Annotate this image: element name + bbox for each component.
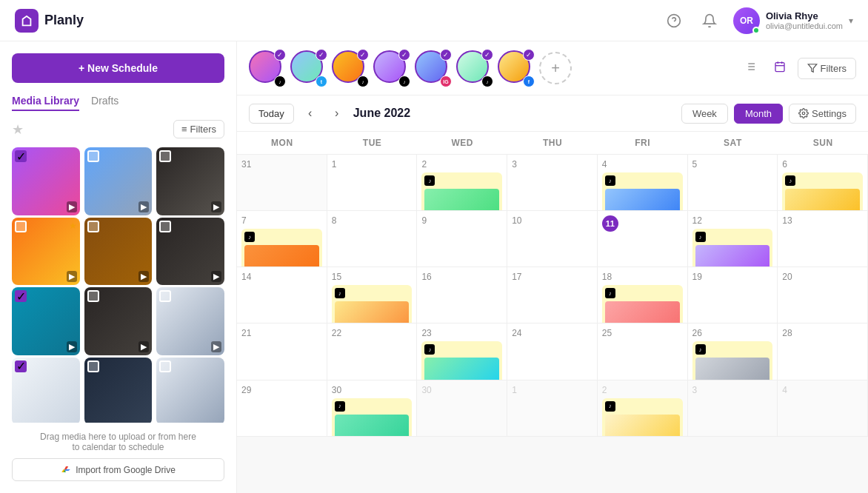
event-jun-18[interactable]: ♪ I can't wakeup in the morning... [602,285,683,323]
profile-5[interactable]: ✓ IG [415,50,450,86]
cell-jun-30[interactable]: 30 ♪ Do you likemy Tik-tok videos? [327,380,418,437]
event-jun-2[interactable]: ♪ I look forwardto the coming of summer [421,172,502,211]
media-item[interactable] [84,358,153,423]
tab-media-library[interactable]: Media Library [12,95,79,111]
cell-jun-27[interactable]: 28 [778,323,868,380]
filters-button[interactable]: Filters [798,58,856,79]
notifications-button[interactable] [698,9,721,33]
calendar-view-button[interactable] [768,58,792,78]
cell-jun-10[interactable]: 10 [507,211,598,267]
cell-jun-22[interactable]: 22 [327,323,418,380]
cell-jun-26[interactable]: 26 ♪ This is my newhome. My first video.… [688,323,778,380]
event-jun-6[interactable]: ♪ Who am I? 😊#trend #tiktok #best [782,172,863,211]
cell-jun-21[interactable]: 21 [237,323,327,380]
media-item[interactable] [156,358,224,423]
star-filter-button[interactable]: ★ [12,121,24,138]
cell-may-31[interactable]: 31 [237,155,327,211]
event-jul-2[interactable]: ♪ I start the dayevery morning with... [602,398,683,437]
media-checkbox[interactable] [87,360,99,372]
media-item[interactable]: ▶ [156,147,224,215]
event-jun-7[interactable]: ♪ Playinghandball with friends :* [241,229,322,267]
week-view-button[interactable]: Week [681,104,728,124]
event-jun-4[interactable]: ♪ who enjoysplaying pool like me? 🦋 [602,172,683,211]
profile-4[interactable]: ✓ ♪ [373,50,409,86]
media-item[interactable]: ✓ ▶ [12,287,80,355]
add-profile-button[interactable]: + [539,52,572,84]
cell-jun-6[interactable]: 6 ♪ Who am I? 😊#trend #tiktok #best [778,155,868,211]
prev-button[interactable]: ‹ [300,103,321,124]
cell-jun-2[interactable]: 2 ♪ I look forwardto the coming of summe… [417,155,507,211]
today-button[interactable]: Today [249,104,294,124]
profile-1[interactable]: ✓ ♪ [249,50,284,86]
media-checkbox[interactable] [87,150,99,162]
media-item[interactable]: ▶ [84,218,153,286]
cell-jun-12[interactable]: 12 ♪ I love myself.I am beautiful, yes? … [688,211,778,267]
media-checkbox[interactable] [159,221,171,232]
help-button[interactable] [662,9,686,33]
cell-jul-1[interactable]: 1 [507,380,598,437]
event-jun-30[interactable]: ♪ Do you likemy Tik-tok videos? [332,398,413,437]
cell-jul-2[interactable]: 2 ♪ I start the dayevery morning with... [598,380,688,437]
profile-2[interactable]: ✓ t [290,50,326,86]
cell-jun-8[interactable]: 8 [327,211,418,267]
profile-check-5: ✓ [440,49,452,61]
media-item[interactable]: ▶ [84,147,153,215]
cell-jun-20[interactable]: 20 [778,267,868,323]
media-item[interactable]: ✓ [12,358,80,423]
filter-button[interactable]: ≡ Filters [173,120,224,138]
media-checkbox[interactable] [87,290,99,302]
cell-jun-7[interactable]: 7 ♪ Playinghandball with friends :* [237,211,327,267]
profile-3[interactable]: ✓ ♪ [332,50,367,86]
cell-jun-25[interactable]: 25 [598,323,688,380]
list-view-button[interactable] [738,58,762,78]
cell-jul-1-mid[interactable]: 30 [417,380,507,437]
cell-jun-24[interactable]: 24 [507,323,598,380]
cell-jun-1[interactable]: 1 [327,155,418,211]
user-menu[interactable]: OR Olivia Rhye olivia@untitledui.com ▾ [733,7,853,34]
media-checkbox[interactable]: ✓ [15,290,27,302]
media-item[interactable]: ▶ [156,218,224,286]
media-checkbox[interactable] [87,221,99,232]
cell-jun-18[interactable]: 18 ♪ I can't wakeup in the morning... [598,267,688,323]
cell-jun-14[interactable]: 14 [237,267,327,323]
profile-6[interactable]: ✓ ♪ [456,50,492,86]
month-view-button[interactable]: Month [734,104,783,124]
cell-jun-19[interactable]: 19 [688,267,778,323]
cell-jun-15[interactable]: 15 ♪ She is mynew girlfriend ;)) [327,267,418,323]
date-number: 18 [602,272,683,282]
media-checkbox[interactable]: ✓ [15,360,27,372]
media-checkbox[interactable] [15,221,27,232]
cell-jun-23[interactable]: 23 ♪ how do idance? 🎵 did you like? [417,323,507,380]
google-drive-button[interactable]: Import from Google Drive [12,458,224,481]
cell-jun-9[interactable]: 9 [417,211,507,267]
cell-jul-4[interactable]: 4 [778,380,868,437]
media-checkbox[interactable] [159,290,171,302]
cell-jun-16[interactable]: 16 [417,267,507,323]
media-item[interactable]: ▶ [156,287,224,355]
event-jun-15[interactable]: ♪ She is mynew girlfriend ;)) [332,285,413,323]
tab-drafts[interactable]: Drafts [91,95,118,111]
event-jun-26[interactable]: ♪ This is my newhome. My first video... [692,341,773,380]
media-checkbox[interactable]: ✓ [15,150,27,162]
event-jun-12[interactable]: ♪ I love myself.I am beautiful, yes? 💗 [692,229,773,267]
media-checkbox[interactable] [159,360,171,372]
cell-jun-3[interactable]: 3 [507,155,598,211]
date-number: 25 [602,328,683,338]
cell-jun-4[interactable]: 4 ♪ who enjoysplaying pool like me? 🦋 [598,155,688,211]
event-jun-23[interactable]: ♪ how do idance? 🎵 did you like? [421,341,502,380]
cell-jul-3[interactable]: 3 [688,380,778,437]
cell-jun-13[interactable]: 13 [778,211,868,267]
cell-jun-29[interactable]: 29 [237,380,327,437]
cell-jun-11[interactable]: 11 [598,211,688,267]
profile-7[interactable]: ✓ f [498,50,533,86]
next-button[interactable]: › [327,103,347,124]
new-schedule-button[interactable]: + New Schedule [12,53,224,83]
cell-jun-5[interactable]: 5 [688,155,778,211]
cell-jun-17[interactable]: 17 [507,267,598,323]
calendar-area: ✓ ♪ ✓ t ✓ ♪ ✓ ♪ ✓ IG [237,41,868,493]
media-checkbox[interactable] [159,150,171,162]
settings-button[interactable]: Settings [789,104,856,124]
media-item[interactable]: ✓ ▶ [12,147,80,215]
media-item[interactable]: ★ ▶ [12,218,80,286]
media-item[interactable]: ▶ [84,287,153,355]
